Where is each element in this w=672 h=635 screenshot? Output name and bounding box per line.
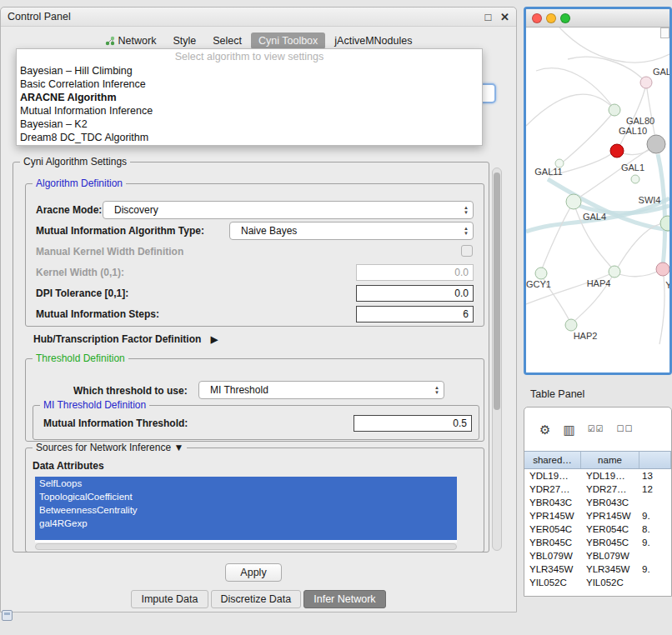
data-attributes-list[interactable]: SelfLoopsTopologicalCoefficientBetweenne…	[35, 477, 457, 542]
table-panel-title: Table Panel	[530, 388, 584, 400]
table-cell: YDR27…	[524, 482, 581, 496]
algorithm-option[interactable]: Mutual Information Inference	[17, 104, 482, 118]
network-edge[interactable]	[536, 68, 614, 109]
settings-gear-icon[interactable]: ⚙	[539, 423, 550, 436]
table-row[interactable]: YLR345WYLR345W9.	[524, 562, 671, 576]
table-row[interactable]: YPR145WYPR145W9.	[524, 509, 671, 522]
tab-network[interactable]: Network	[98, 32, 164, 49]
table-cell: YBR045C	[581, 536, 639, 549]
minimized-panel-icon[interactable]	[2, 610, 13, 621]
column-header-extra[interactable]	[639, 452, 671, 468]
settings-scrollbar-thumb[interactable]	[494, 172, 500, 410]
network-node[interactable]	[609, 104, 620, 116]
column-header-name[interactable]: name	[581, 452, 639, 468]
table-row[interactable]: YBR045CYBR045C9.	[524, 536, 671, 549]
table-cell: 9.	[639, 562, 671, 576]
close-traffic-light-icon[interactable]	[532, 13, 542, 23]
mi-threshold-label: Mutual Information Threshold:	[43, 418, 188, 429]
hub-definition-toggle[interactable]: Hub/Transcription Factor Definition ▶	[33, 333, 218, 345]
network-node-label: GAL1	[621, 162, 644, 172]
network-node[interactable]	[647, 135, 665, 153]
table-cell: YBR045C	[524, 536, 581, 549]
deselect-all-checkboxes-icon[interactable]: ☐☐	[617, 425, 634, 433]
table-row[interactable]: YBL079WYBL079W	[524, 549, 671, 562]
network-edge[interactable]	[615, 269, 662, 277]
table-cell: 13	[639, 469, 671, 482]
table-cell: 8.	[639, 522, 671, 536]
collapsed-arrow-icon: ▶	[211, 334, 218, 344]
algorithm-option[interactable]: Bayesian – K2	[17, 118, 482, 131]
tab-jactivemnodules[interactable]: jActiveMNodules	[327, 32, 419, 49]
network-node-label: GCY1	[526, 279, 551, 289]
float-window-icon[interactable]: □	[485, 11, 492, 23]
control-panel-window: Control Panel □ ✕ Network Style Select C…	[0, 7, 517, 612]
network-node[interactable]	[610, 144, 624, 158]
tab-label: Style	[173, 35, 196, 47]
network-edge[interactable]	[541, 203, 573, 271]
network-node[interactable]	[565, 319, 577, 331]
combo-arrows-icon: ▲▼	[464, 226, 469, 236]
combo-arrows-icon: ▲▼	[464, 205, 469, 215]
tab-infer-network[interactable]: Infer Network	[303, 590, 385, 608]
algorithm-option[interactable]: ARACNE Algorithm	[17, 91, 482, 104]
tab-discretize-data[interactable]: Discretize Data	[211, 590, 302, 608]
network-edge[interactable]	[659, 268, 664, 344]
tab-impute-data[interactable]: Impute Data	[131, 590, 208, 608]
network-node[interactable]	[609, 266, 620, 278]
kernel-width-label: Kernel Width (0,1):	[36, 267, 124, 278]
zoom-traffic-light-icon[interactable]	[560, 13, 570, 23]
table-cell: YPR145W	[524, 509, 581, 522]
network-node[interactable]	[631, 175, 639, 183]
network-window-titlebar	[526, 9, 669, 28]
algorithm-option[interactable]: Bayesian – Hill Climbing	[17, 64, 482, 78]
algorithm-definition-title: Algorithm Definition	[33, 178, 126, 189]
network-canvas[interactable]: GAL7GAL80GAL10GAL11GAL1SWI4GAL4GCY1HAP4H…	[526, 28, 669, 372]
dpi-tolerance-input[interactable]	[356, 285, 474, 302]
attribute-item[interactable]	[35, 530, 457, 540]
close-window-icon[interactable]: ✕	[500, 11, 509, 23]
minimize-traffic-light-icon[interactable]	[546, 13, 556, 23]
table-cell: YER054C	[581, 522, 639, 536]
network-node[interactable]	[640, 77, 652, 88]
tab-cyni-toolbox[interactable]: Cyni Toolbox	[251, 32, 325, 49]
network-node-label: GAL80	[626, 116, 654, 126]
mi-steps-input[interactable]	[356, 306, 474, 322]
manual-kernel-checkbox[interactable]	[461, 245, 473, 257]
network-node[interactable]	[656, 262, 669, 276]
tab-style[interactable]: Style	[165, 32, 203, 49]
settings-scrollbar[interactable]	[492, 168, 502, 551]
sources-group-title[interactable]: Sources for Network Inference ▼	[33, 442, 187, 453]
aracne-mode-select[interactable]: Discovery ▲▼	[103, 201, 474, 219]
network-scrollbar[interactable]	[660, 28, 669, 38]
network-edge[interactable]	[646, 83, 656, 142]
network-node[interactable]	[535, 268, 547, 279]
which-threshold-select[interactable]: MI Threshold ▲▼	[198, 381, 444, 399]
table-cell: YPR145W	[581, 509, 639, 522]
columns-icon[interactable]: ▥	[563, 423, 574, 436]
attribute-item[interactable]: gal4RGexp	[35, 517, 457, 530]
table-row[interactable]: YDR27…YDR27…12	[524, 482, 671, 496]
tab-select[interactable]: Select	[205, 32, 249, 49]
column-header-shared[interactable]: shared…	[524, 452, 581, 468]
mi-threshold-input[interactable]	[354, 415, 472, 432]
attributes-horizontal-scrollbar[interactable]	[35, 543, 457, 550]
table-row[interactable]: YDL19…YDL19…13	[524, 469, 671, 482]
select-all-checkboxes-icon[interactable]: ☑☑	[588, 425, 604, 433]
hub-definition-label: Hub/Transcription Factor Definition	[33, 333, 201, 345]
attribute-item[interactable]: TopologicalCoefficient	[35, 490, 457, 503]
kernel-width-input[interactable]	[356, 264, 474, 281]
network-edge[interactable]	[526, 94, 614, 126]
network-edge[interactable]	[568, 57, 646, 82]
table-row[interactable]: YER054CYER054C8.	[524, 522, 671, 536]
attribute-item[interactable]: SelfLoops	[35, 477, 457, 490]
algorithm-option[interactable]: Basic Correlation Inference	[17, 78, 482, 91]
table-row[interactable]: YIL052CYIL052C	[524, 576, 671, 589]
table-panel-window: ⚙▥☑☑☐☐ shared… name YDL19…YDL19…13YDR27……	[524, 407, 672, 597]
algorithm-placeholder: Select algorithm to view settings	[17, 49, 482, 64]
mi-type-select[interactable]: Naive Bayes ▲▼	[229, 222, 474, 240]
network-node[interactable]	[566, 194, 581, 209]
algorithm-option[interactable]: Dream8 DC_TDC Algorithm	[17, 131, 482, 144]
attribute-item[interactable]: BetweennessCentrality	[35, 503, 457, 517]
apply-button[interactable]: Apply	[225, 563, 282, 582]
table-row[interactable]: YBR043CYBR043C	[524, 496, 671, 509]
